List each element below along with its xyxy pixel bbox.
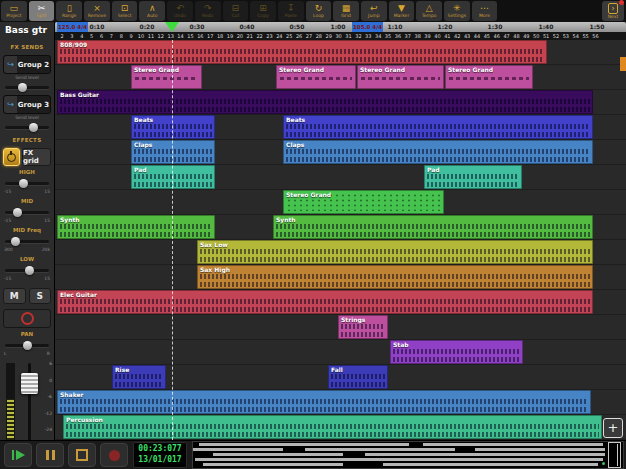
clip[interactable]: Fall: [328, 365, 388, 389]
toolbar-button-loop[interactable]: ↻Loop: [306, 1, 332, 21]
send-icon: ↪: [4, 96, 17, 113]
slider-thumb[interactable]: [19, 179, 28, 188]
toolbar-button-project[interactable]: ▭Project: [1, 1, 27, 21]
track-row[interactable]: Sax Low: [55, 240, 626, 265]
track-row[interactable]: Percussion: [55, 415, 626, 440]
clip[interactable]: Stereo Grand: [283, 190, 444, 214]
slider-thumb[interactable]: [25, 266, 34, 275]
toolbar-button-settings[interactable]: ✳Settings: [444, 1, 470, 21]
clip[interactable]: Pad: [131, 165, 215, 189]
eq-slider-high[interactable]: [3, 177, 51, 189]
toolbar-button-undo[interactable]: ↶Undo: [167, 1, 193, 21]
slider-thumb[interactable]: [13, 208, 22, 217]
eq-slider-low[interactable]: [3, 264, 51, 276]
slider-thumb[interactable]: [29, 123, 38, 132]
stop-button[interactable]: [68, 443, 96, 467]
send-level-slider[interactable]: [3, 81, 51, 93]
toolbar-button-cut[interactable]: ⊟Cut: [223, 1, 249, 21]
send-level-slider[interactable]: [3, 121, 51, 133]
clip[interactable]: Percussion: [63, 415, 602, 439]
toolbar-button-jump[interactable]: ↩Jump: [361, 1, 387, 21]
track-row[interactable]: 808/909: [55, 40, 626, 65]
fx-power-button[interactable]: [3, 148, 20, 166]
clip[interactable]: Beats: [283, 115, 593, 139]
eq-slider-mid-freq[interactable]: [3, 235, 51, 247]
track-row[interactable]: Sax High: [55, 265, 626, 290]
clip[interactable]: Synth: [273, 215, 593, 239]
clip[interactable]: Strings: [338, 315, 388, 339]
volume-fader-handle[interactable]: [21, 373, 38, 394]
track-row[interactable]: Stereo GrandStereo GrandStereo GrandSter…: [55, 65, 626, 90]
arrangement-area[interactable]: + 808/909Stereo GrandStereo GrandStereo …: [55, 40, 626, 440]
clip[interactable]: 808/909: [57, 40, 547, 64]
add-track-button[interactable]: +: [603, 418, 623, 438]
fader-scale-value: 0: [42, 378, 52, 383]
slider-thumb[interactable]: [11, 237, 20, 246]
song-overview-navigator[interactable]: [192, 441, 624, 469]
track-row[interactable]: Shaker: [55, 390, 626, 415]
clip[interactable]: Stereo Grand: [357, 65, 444, 89]
toolbar-button-tempo[interactable]: △Tempo: [416, 1, 442, 21]
pan-slider[interactable]: [3, 339, 51, 351]
time-label: 1:40: [534, 23, 558, 30]
pause-button[interactable]: [36, 443, 64, 467]
track-row[interactable]: Strings: [55, 315, 626, 340]
track-row[interactable]: Bass Guitar: [55, 90, 626, 115]
toolbar-button-auto[interactable]: ∧Auto: [139, 1, 165, 21]
clip[interactable]: Stereo Grand: [131, 65, 202, 89]
stop-icon: [76, 449, 88, 461]
clip[interactable]: Claps: [131, 140, 215, 164]
power-icon: [7, 153, 16, 162]
toolbar-button-remove[interactable]: ×Remove: [84, 1, 110, 21]
send-button-2[interactable]: ↪Group 3: [3, 95, 51, 114]
track-row[interactable]: Stab: [55, 340, 626, 365]
toolbar-button-marker[interactable]: ▼Marker: [389, 1, 415, 21]
track-row[interactable]: PadPad: [55, 165, 626, 190]
track-row[interactable]: ClapsClaps: [55, 140, 626, 165]
clip[interactable]: Rise: [112, 365, 166, 389]
next-button[interactable]: › Next: [602, 1, 624, 21]
clip[interactable]: Shaker: [57, 390, 591, 414]
clip[interactable]: Pad: [424, 165, 522, 189]
clip[interactable]: Bass Guitar: [57, 90, 593, 114]
mute-button[interactable]: M: [3, 288, 26, 304]
eq-slider-mid[interactable]: [3, 206, 51, 218]
toolbar-button-copy[interactable]: ⊞Copy: [250, 1, 276, 21]
solo-button[interactable]: S: [29, 288, 52, 304]
tempo-marker[interactable]: 125.0 4/4: [57, 22, 88, 32]
clip[interactable]: Sax Low: [197, 240, 593, 264]
send-button-1[interactable]: ↪Group 2: [3, 55, 51, 74]
clip[interactable]: Synth: [57, 215, 215, 239]
clip[interactable]: Elec Guitar: [57, 290, 593, 314]
toolbar-button-range[interactable]: ▯Range: [56, 1, 82, 21]
play-button[interactable]: [4, 443, 32, 467]
playhead-marker[interactable]: [165, 22, 179, 32]
record-arm-button[interactable]: [3, 309, 51, 328]
toolbar-button-select[interactable]: ⊡Select: [112, 1, 138, 21]
toolbar-button-grid[interactable]: ▦Grid: [333, 1, 359, 21]
fx-grid-button[interactable]: FX grid: [22, 148, 51, 166]
clip[interactable]: Claps: [283, 140, 593, 164]
overview-handle[interactable]: [608, 442, 621, 468]
clip[interactable]: Stereo Grand: [445, 65, 533, 89]
tempo-marker[interactable]: 105.0 4/4: [352, 22, 383, 32]
eq-min-label: -15: [4, 189, 11, 195]
slider-thumb[interactable]: [18, 83, 27, 92]
track-row[interactable]: RiseFall: [55, 365, 626, 390]
track-row[interactable]: SynthSynth: [55, 215, 626, 240]
clip[interactable]: Stereo Grand: [276, 65, 356, 89]
toolbar-button-more[interactable]: ⋯More: [472, 1, 498, 21]
clip[interactable]: Beats: [131, 115, 215, 139]
loop-icon: ↻: [315, 4, 323, 13]
pan-slider-thumb[interactable]: [23, 341, 32, 350]
toolbar-button-redo[interactable]: ↷Redo: [195, 1, 221, 21]
toolbar-button-paste[interactable]: ↧Paste: [278, 1, 304, 21]
track-row[interactable]: BeatsBeats: [55, 115, 626, 140]
track-row[interactable]: Elec Guitar: [55, 290, 626, 315]
clip[interactable]: Stab: [390, 340, 523, 364]
toolbar-button-split[interactable]: ✂Split: [29, 1, 55, 21]
track-row[interactable]: Stereo Grand: [55, 190, 626, 215]
clip[interactable]: Sax High: [197, 265, 593, 289]
record-button[interactable]: [100, 443, 128, 467]
timeline-ruler[interactable]: 0:100:200:300:400:501:001:101:201:301:40…: [55, 22, 626, 32]
